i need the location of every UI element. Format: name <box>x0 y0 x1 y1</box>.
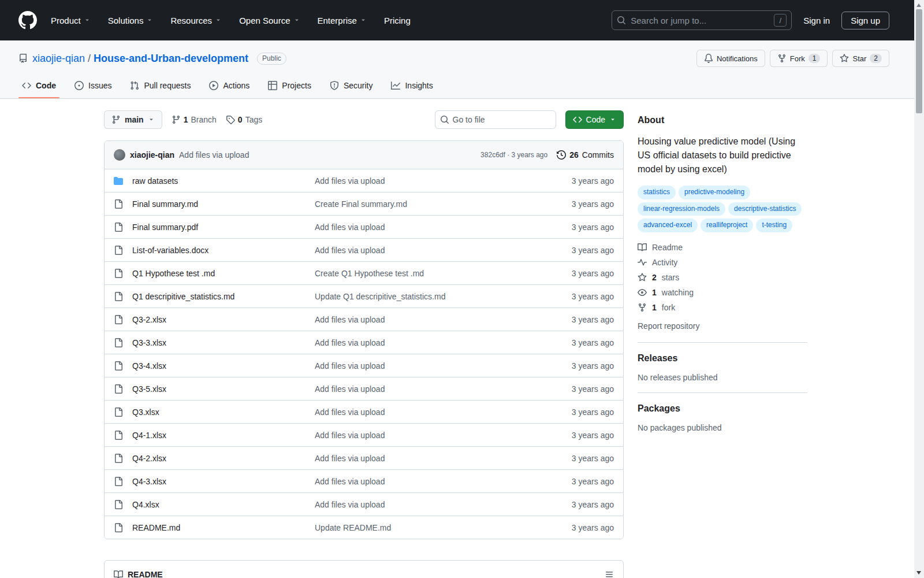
file-commit-message-link[interactable]: Add files via upload <box>315 246 541 255</box>
file-row[interactable]: List-of-variables.docx Add files via upl… <box>105 238 623 261</box>
file-row[interactable]: Q4-1.xlsx Add files via upload 3 years a… <box>105 423 623 446</box>
tab-insights[interactable]: Insights <box>383 75 441 98</box>
file-row[interactable]: Final summary.pdf Add files via upload 3… <box>105 215 623 238</box>
sign-up-button[interactable]: Sign up <box>841 12 889 29</box>
commit-sha-link[interactable]: 382c6df · 3 years ago <box>480 151 547 159</box>
activity-link[interactable]: Activity <box>638 258 807 267</box>
search-input[interactable] <box>631 16 774 25</box>
tab-projects[interactable]: Projects <box>260 75 319 98</box>
commit-message-link[interactable]: Add files via upload <box>179 150 249 160</box>
avatar[interactable] <box>114 149 125 161</box>
tags-link[interactable]: 0 Tags <box>226 115 262 124</box>
file-name-link[interactable]: Q3-2.xlsx <box>132 315 305 324</box>
file-row[interactable]: Q3-5.xlsx Add files via upload 3 years a… <box>105 377 623 400</box>
file-row[interactable]: Final summary.md Create Final summary.md… <box>105 192 623 215</box>
tab-security[interactable]: Security <box>322 75 381 98</box>
file-name-link[interactable]: Q1 Hypothese test .md <box>132 269 305 278</box>
file-name-link[interactable]: Q4.xlsx <box>132 500 305 509</box>
topic-pill[interactable]: descriptive-statistics <box>728 202 802 216</box>
tab-code[interactable]: Code <box>14 75 64 98</box>
nav-menu-item[interactable]: Enterprise <box>318 16 367 25</box>
nav-menu-item[interactable]: Solutions <box>108 16 154 25</box>
file-name-link[interactable]: README.md <box>132 523 305 532</box>
file-name-link[interactable]: Q3-4.xlsx <box>132 361 305 370</box>
commit-author-link[interactable]: xiaojie-qian <box>130 150 174 160</box>
notifications-button[interactable]: Notifications <box>696 50 765 67</box>
scroll-down-arrow[interactable] <box>916 571 921 575</box>
go-to-file-input[interactable] <box>453 115 557 124</box>
star-button[interactable]: Star 2 <box>832 50 889 67</box>
file-commit-message-link[interactable]: Add files via upload <box>315 223 541 232</box>
branch-selector[interactable]: main <box>104 110 162 129</box>
file-commit-message-link[interactable]: Create Q1 Hypothese test .md <box>315 269 541 278</box>
file-name-link[interactable]: Q3-5.xlsx <box>132 384 305 394</box>
file-row[interactable]: Q1 Hypothese test .md Create Q1 Hypothes… <box>105 261 623 284</box>
outline-icon[interactable] <box>605 570 614 578</box>
file-row[interactable]: Q3-4.xlsx Add files via upload 3 years a… <box>105 354 623 377</box>
file-commit-message-link[interactable]: Add files via upload <box>315 477 541 486</box>
file-row[interactable]: Q3-3.xlsx Add files via upload 3 years a… <box>105 331 623 354</box>
branches-link[interactable]: 1 Branch <box>172 115 217 124</box>
repo-name-link[interactable]: House-and-Urban-development <box>94 53 248 65</box>
file-commit-message-link[interactable]: Update README.md <box>315 523 541 532</box>
nav-menu-item[interactable]: Resources <box>170 16 222 25</box>
file-commit-message-link[interactable]: Add files via upload <box>315 500 541 509</box>
forks-link[interactable]: 1 fork <box>638 303 807 312</box>
github-logo-icon[interactable] <box>18 11 37 29</box>
nav-menu-item[interactable]: Pricing <box>384 16 411 25</box>
file-row[interactable]: Q3.xlsx Add files via upload 3 years ago <box>105 400 623 423</box>
sign-in-link[interactable]: Sign in <box>803 16 830 25</box>
stars-link[interactable]: 2 stars <box>638 273 807 282</box>
file-name-link[interactable]: Q4-2.xlsx <box>132 454 305 463</box>
go-to-file-box[interactable] <box>435 110 556 129</box>
file-row[interactable]: raw datasets Add files via upload 3 year… <box>105 169 623 192</box>
tab-issues[interactable]: Issues <box>66 75 120 98</box>
file-row[interactable]: Q4-2.xlsx Add files via upload 3 years a… <box>105 446 623 469</box>
tab-actions[interactable]: Actions <box>201 75 258 98</box>
file-row[interactable]: Q1 descripitive_statistics.md Update Q1 … <box>105 284 623 307</box>
topic-pill[interactable]: statistics <box>638 186 676 199</box>
commit-history-link[interactable]: 26 Commits <box>557 150 614 160</box>
watching-link[interactable]: 1 watching <box>638 288 807 297</box>
file-row[interactable]: README.md Update README.md 3 years ago <box>105 516 623 539</box>
file-commit-message-link[interactable]: Add files via upload <box>315 338 541 347</box>
file-name-link[interactable]: Q4-3.xlsx <box>132 477 305 486</box>
file-name-link[interactable]: Q3-3.xlsx <box>132 338 305 347</box>
readme-link[interactable]: Readme <box>638 243 807 252</box>
file-commit-message-link[interactable]: Add files via upload <box>315 361 541 370</box>
fork-button[interactable]: Fork 1 <box>770 50 828 67</box>
repo-owner-link[interactable]: xiaojie-qian <box>32 53 85 65</box>
nav-menu-item[interactable]: Product <box>51 16 91 25</box>
file-commit-message-link[interactable]: Add files via upload <box>315 454 541 463</box>
code-dropdown-button[interactable]: Code <box>565 110 624 129</box>
topic-pill[interactable]: predictive-modeling <box>679 186 750 199</box>
file-row[interactable]: Q4-3.xlsx Add files via upload 3 years a… <box>105 469 623 492</box>
file-name-link[interactable]: Final summary.md <box>132 199 305 209</box>
file-commit-message-link[interactable]: Add files via upload <box>315 407 541 417</box>
report-repository-link[interactable]: Report repository <box>638 321 699 331</box>
file-name-link[interactable]: raw datasets <box>132 176 305 186</box>
file-name-link[interactable]: Q3.xlsx <box>132 407 305 417</box>
file-name-link[interactable]: Q4-1.xlsx <box>132 431 305 440</box>
tab-pull-requests[interactable]: Pull requests <box>122 75 199 98</box>
file-name-link[interactable]: List-of-variables.docx <box>132 246 305 255</box>
file-commit-message-link[interactable]: Create Final summary.md <box>315 199 541 209</box>
nav-menu-item[interactable]: Open Source <box>239 16 300 25</box>
scrollbar-thumb[interactable] <box>916 9 922 113</box>
file-row[interactable]: Q3-2.xlsx Add files via upload 3 years a… <box>105 307 623 331</box>
file-commit-message-link[interactable]: Add files via upload <box>315 431 541 440</box>
topic-pill[interactable]: linear-regression-models <box>638 202 725 216</box>
topic-pill[interactable]: advanced-excel <box>638 218 698 232</box>
page-scrollbar[interactable] <box>914 0 924 578</box>
topic-pill[interactable]: t-testing <box>756 218 792 232</box>
file-commit-message-link[interactable]: Add files via upload <box>315 176 541 186</box>
global-search[interactable]: / <box>612 10 792 30</box>
file-name-link[interactable]: Q1 descripitive_statistics.md <box>132 292 305 301</box>
file-name-link[interactable]: Final summary.pdf <box>132 223 305 232</box>
file-commit-message-link[interactable]: Update Q1 descripitive_statistics.md <box>315 292 541 301</box>
scroll-up-arrow[interactable] <box>916 3 921 7</box>
file-commit-message-link[interactable]: Add files via upload <box>315 384 541 394</box>
file-row[interactable]: Q4.xlsx Add files via upload 3 years ago <box>105 492 623 516</box>
file-commit-message-link[interactable]: Add files via upload <box>315 315 541 324</box>
topic-pill[interactable]: reallifeproject <box>701 218 753 232</box>
